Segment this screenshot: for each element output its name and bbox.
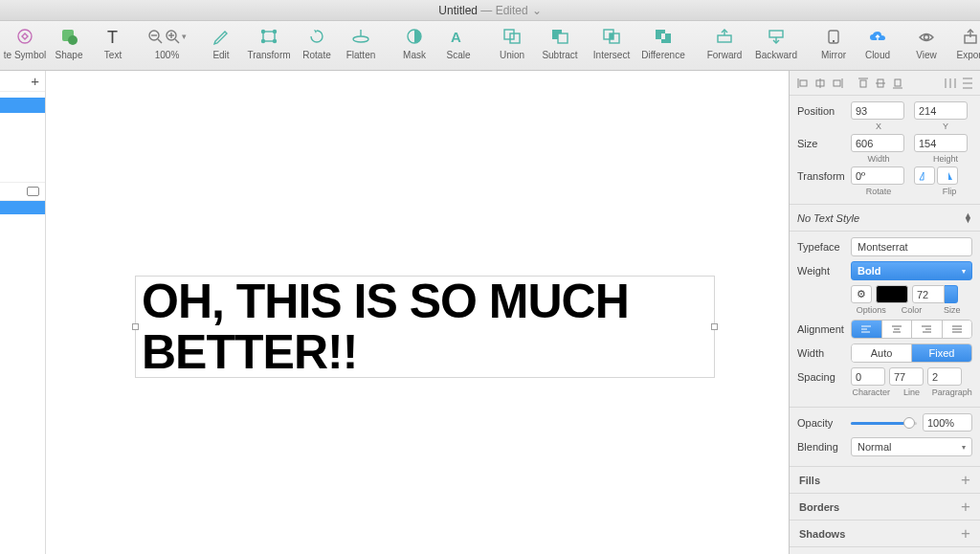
view-tool[interactable]: View [912,25,941,60]
height-input[interactable]: 154 [914,134,968,152]
title-dropdown-icon[interactable]: ⌄ [532,4,542,17]
union-tool[interactable]: Union [493,25,531,60]
add-page-button[interactable]: + [0,71,45,92]
text-options-button[interactable]: ⚙ [851,285,872,303]
align-right-icon[interactable] [830,76,844,91]
transform-label: Transform [797,170,851,182]
text-layer-content[interactable]: OH, THIS IS SO MUCH BETTER!! [142,277,708,377]
align-top-icon[interactable] [856,76,870,91]
distribute-v-icon[interactable] [960,76,974,91]
font-size-input[interactable]: 72 [912,285,958,303]
align-left-icon[interactable] [795,76,810,91]
layer-item-selected[interactable] [0,98,45,113]
align-hcenter-icon[interactable] [813,76,827,91]
text-layer-selection[interactable]: OH, THIS IS SO MUCH BETTER!! [135,276,715,378]
backward-tool[interactable]: Backward [753,25,799,60]
scale-tool[interactable]: A Scale [439,25,478,60]
add-border-icon: + [961,498,970,517]
svg-text:T: T [107,28,118,46]
flatten-tool[interactable]: Flatten [342,25,380,60]
align-vcenter-icon[interactable] [873,76,887,91]
difference-tool[interactable]: Difference [640,25,686,60]
flip-vertical-button[interactable] [937,166,958,185]
size-label: Size [797,138,851,149]
blending-select[interactable]: Normal▾ [851,437,972,456]
intersect-tool[interactable]: Intersect [589,25,635,60]
left-panel: + [0,71,46,554]
zoom-level: 100% [155,50,180,60]
width-fixed-option[interactable]: Fixed [912,344,971,362]
zoom-in-icon[interactable] [165,29,180,44]
svg-point-0 [18,30,32,43]
canvas[interactable]: OH, THIS IS SO MUCH BETTER!! [46,71,789,554]
transform-tool[interactable]: Transform [246,25,292,60]
svg-rect-19 [414,30,421,43]
align-bottom-icon[interactable] [890,76,904,91]
inspector: Position 93 214 XY Size 606 154 WidthHei… [789,71,980,554]
align-right-option[interactable] [912,321,943,338]
svg-point-2 [68,35,78,45]
rotate-input[interactable]: 0º [851,166,904,185]
position-label: Position [797,105,851,117]
geometry-section: Position 93 214 XY Size 606 154 WidthHei… [790,96,980,205]
resize-handle-left[interactable] [132,323,139,330]
text-width-segment[interactable]: Auto Fixed [851,343,972,363]
text-tool[interactable]: T Text [94,25,132,60]
svg-rect-33 [769,31,783,37]
artboard-icon [27,187,39,196]
updown-icon: ▲▼ [964,213,972,223]
create-symbol-tool[interactable]: te Symbol [6,25,44,60]
subtract-tool[interactable]: Subtract [537,25,583,60]
zoom-control[interactable]: ▾ 100% [147,25,187,60]
window-titlebar: Untitled — Edited ⌄ [0,0,980,21]
artboard-item-selected[interactable] [0,201,45,214]
mirror-tool[interactable]: Mirror [814,25,853,60]
rotate-tool[interactable]: Rotate [298,25,336,60]
svg-rect-11 [263,32,275,41]
add-fill-icon: + [961,471,970,490]
svg-rect-24 [558,33,568,43]
fills-section-header[interactable]: Fills+ [790,467,980,494]
add-shadow-icon: + [961,524,970,543]
char-spacing-input[interactable]: 0 [851,367,885,386]
text-style-dropdown[interactable]: No Text Style ▲▼ [790,205,980,232]
export-tool[interactable]: Export [956,25,980,60]
align-center-option[interactable] [882,321,913,338]
opacity-input[interactable]: 100% [923,413,972,432]
text-align-segment[interactable] [851,320,972,339]
text-color-swatch[interactable] [876,285,908,303]
appearance-section: Opacity 100% Blending Normal▾ [790,408,980,467]
svg-rect-51 [895,79,901,86]
document-title: Untitled [438,4,478,17]
typography-section: Typeface Montserrat Weight Bold▾ ⚙ 72 Op… [790,232,980,408]
edited-indicator: — Edited [480,4,527,17]
svg-rect-30 [661,33,665,39]
svg-point-13 [274,31,277,33]
width-input[interactable]: 606 [851,134,904,152]
resize-handle-right[interactable] [711,323,718,330]
edit-tool[interactable]: Edit [202,25,240,60]
width-auto-option[interactable]: Auto [852,344,912,362]
position-x-input[interactable]: 93 [851,101,904,120]
opacity-slider[interactable] [851,415,917,431]
borders-section-header[interactable]: Borders+ [790,494,980,521]
shadows-section-header[interactable]: Shadows+ [790,521,980,547]
cloud-tool[interactable]: Cloud [858,25,897,60]
line-spacing-input[interactable]: 77 [889,367,924,386]
weight-select[interactable]: Bold▾ [851,261,972,280]
align-justify-option[interactable] [943,321,972,338]
para-spacing-input[interactable]: 2 [927,367,962,386]
position-y-input[interactable]: 214 [914,101,968,120]
zoom-out-icon[interactable] [147,29,163,44]
flip-horizontal-button[interactable] [914,166,935,185]
distribute-h-icon[interactable] [943,76,957,91]
typeface-select[interactable]: Montserrat [851,237,972,256]
shape-tool[interactable]: Shape [50,25,88,60]
size-stepper[interactable] [945,285,958,303]
mask-tool[interactable]: Mask [395,25,434,60]
align-left-option[interactable] [852,321,882,338]
main-toolbar: te Symbol Shape T Text ▾ 100% Edit Trans… [0,21,980,71]
artboard-toggle[interactable] [0,182,45,201]
forward-tool[interactable]: Forward [702,25,747,60]
svg-rect-45 [834,80,840,86]
